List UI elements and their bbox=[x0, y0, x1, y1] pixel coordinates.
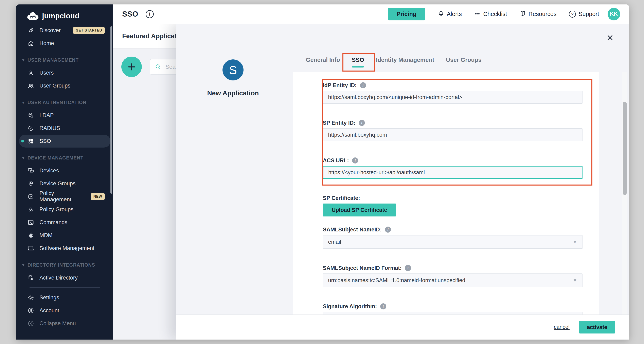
tab-label: User Groups bbox=[446, 57, 482, 63]
sidebar-item-label: Collapse Menu bbox=[40, 320, 76, 327]
info-icon[interactable]: i bbox=[352, 157, 358, 164]
sidebar-item-settings[interactable]: Settings bbox=[19, 291, 110, 304]
badge: GET STARTED bbox=[73, 27, 105, 34]
application-name: New Application bbox=[188, 89, 278, 97]
sidebar-section-device-management[interactable]: ▾DEVICE MANAGEMENT bbox=[16, 152, 113, 164]
field-label-row: IdP Entity ID:i bbox=[323, 82, 582, 89]
field-input[interactable] bbox=[323, 166, 582, 179]
info-icon[interactable]: i bbox=[360, 82, 366, 88]
field-idp-entity-id: IdP Entity ID:i bbox=[323, 82, 582, 104]
sidebar-item-label: LDAP bbox=[40, 112, 54, 118]
field-label: SP Certificate: bbox=[323, 195, 360, 201]
sidebar-section-user-management[interactable]: ▾USER MANAGEMENT bbox=[16, 54, 113, 66]
info-icon[interactable]: i bbox=[359, 120, 365, 126]
bell-icon bbox=[438, 10, 444, 18]
sidebar-item-label: Settings bbox=[40, 295, 59, 301]
topbar-nav-checklist[interactable]: Checklist bbox=[474, 10, 507, 18]
sidebar-nav: DiscoverGET STARTEDHome▾USER MANAGEMENTU… bbox=[16, 24, 113, 330]
field-label: IdP Entity ID: bbox=[323, 82, 357, 88]
jumpcloud-logo: jumpcloud bbox=[16, 4, 113, 21]
topbar-nav-support[interactable]: ?Support bbox=[569, 11, 599, 17]
sidebar-item-home[interactable]: Home bbox=[19, 37, 110, 50]
topbar-nav-resources[interactable]: Resources bbox=[520, 10, 556, 18]
select-value: urn:oasis:names:tc:SAML:1.0:nameid-forma… bbox=[328, 277, 465, 284]
sidebar-item-radius[interactable]: RADIUS bbox=[19, 122, 110, 135]
sidebar-section-directory-integrations[interactable]: ▾DIRECTORY INTEGRATIONS bbox=[16, 259, 113, 271]
sidebar-item-label: SSO bbox=[40, 138, 51, 144]
sidebar-item-label: Device Groups bbox=[40, 180, 76, 187]
modal-scrollbar-thumb[interactable] bbox=[623, 102, 626, 195]
sidebar-item-label: User Groups bbox=[40, 83, 70, 89]
sidebar-section-label: USER MANAGEMENT bbox=[28, 57, 79, 63]
chevron-down-icon: ▾ bbox=[22, 263, 24, 267]
tab-general-info[interactable]: General Info bbox=[306, 56, 340, 63]
sidebar-item-policy-management[interactable]: Policy ManagementNEW bbox=[19, 190, 110, 203]
rocket-icon bbox=[27, 27, 34, 34]
field-label: ACS URL: bbox=[323, 157, 349, 164]
sidebar-item-label: Home bbox=[40, 40, 54, 46]
sidebar-item-discover[interactable]: DiscoverGET STARTED bbox=[19, 24, 110, 37]
sidebar: jumpcloud DiscoverGET STARTEDHome▾USER M… bbox=[16, 4, 113, 340]
page-title: SSO bbox=[122, 10, 138, 18]
tab-user-groups[interactable]: User Groups bbox=[446, 56, 482, 63]
field-label-row: SP Certificate: bbox=[323, 195, 582, 202]
info-icon[interactable]: i bbox=[385, 227, 391, 233]
close-modal-button[interactable] bbox=[605, 32, 615, 43]
modal-tabs: General InfoSSOIdentity ManagementUser G… bbox=[306, 56, 482, 63]
sidebar-item-active-directory[interactable]: Active Directory bbox=[19, 271, 110, 284]
field-input[interactable] bbox=[323, 91, 582, 104]
sidebar-item-label: Software Management bbox=[40, 245, 94, 251]
logo-text: jumpcloud bbox=[42, 12, 80, 20]
sidebar-section-label: DEVICE MANAGEMENT bbox=[28, 155, 83, 161]
sidebar-item-mdm[interactable]: MDM bbox=[19, 229, 110, 242]
sidebar-item-users[interactable]: Users bbox=[19, 66, 110, 79]
sidebar-section-user-authentication[interactable]: ▾USER AUTHENTICATION bbox=[16, 96, 113, 109]
sidebar-item-devices[interactable]: Devices bbox=[19, 164, 110, 177]
field-samlsubject-nameid-format: SAMLSubject NameID Format:iurn:oasis:nam… bbox=[323, 265, 582, 287]
plus-icon bbox=[127, 62, 136, 71]
sidebar-item-commands[interactable]: Commands bbox=[19, 216, 110, 229]
home-icon bbox=[27, 40, 34, 47]
sidebar-scrollbar[interactable] bbox=[110, 26, 112, 194]
sidebar-item-sso[interactable]: SSO bbox=[19, 135, 110, 148]
sidebar-item-software-management[interactable]: Software Management bbox=[19, 242, 110, 255]
venn-icon bbox=[27, 180, 34, 187]
tab-identity-management[interactable]: Identity Management bbox=[376, 56, 434, 63]
sidebar-item-label: Users bbox=[40, 70, 54, 76]
topbar-nav-alerts[interactable]: Alerts bbox=[438, 10, 462, 18]
activate-button[interactable]: activate bbox=[579, 321, 615, 334]
modal-scrollbar-track[interactable] bbox=[622, 72, 628, 315]
upload-sp-certificate-button[interactable]: Upload SP Certificate bbox=[323, 204, 396, 216]
info-icon[interactable]: i bbox=[405, 265, 411, 271]
field-select[interactable]: email▼ bbox=[323, 235, 582, 249]
cancel-button[interactable]: cancel bbox=[552, 324, 571, 331]
add-application-button[interactable] bbox=[121, 57, 142, 77]
field-label: SAMLSubject NameID: bbox=[323, 227, 382, 233]
grid-icon bbox=[27, 138, 34, 144]
field-label-row: SAMLSubject NameID Format:i bbox=[323, 265, 582, 272]
book-icon bbox=[520, 10, 526, 18]
sidebar-item-policy-groups[interactable]: Policy Groups bbox=[19, 203, 110, 216]
chevron-down-icon: ▼ bbox=[572, 278, 577, 283]
sidebar-section-label: USER AUTHENTICATION bbox=[28, 100, 86, 105]
pricing-button[interactable]: Pricing bbox=[388, 8, 425, 20]
user-icon bbox=[27, 69, 34, 76]
sidebar-item-account[interactable]: Account bbox=[19, 304, 110, 317]
apple-icon bbox=[27, 232, 34, 239]
field-select[interactable]: urn:oasis:names:tc:SAML:1.0:nameid-forma… bbox=[323, 274, 582, 287]
sidebar-item-device-groups[interactable]: Device Groups bbox=[19, 177, 110, 190]
sidebar-item-user-groups[interactable]: User Groups bbox=[19, 79, 110, 92]
laptop-icon bbox=[27, 245, 34, 252]
field-input[interactable] bbox=[323, 128, 582, 141]
field-acs-url: ACS URL:i bbox=[323, 157, 582, 179]
ad-icon bbox=[27, 274, 34, 281]
sidebar-item-ldap[interactable]: LDAP bbox=[19, 109, 110, 122]
avatar[interactable]: KK bbox=[608, 8, 620, 20]
sidebar-item-collapse-menu[interactable]: Collapse Menu bbox=[19, 317, 110, 330]
page-info-icon[interactable]: i bbox=[146, 10, 154, 18]
field-sp-certificate: SP Certificate:Upload SP Certificate bbox=[323, 195, 582, 216]
info-icon[interactable]: i bbox=[380, 303, 386, 310]
radius-icon bbox=[27, 125, 34, 132]
tab-sso[interactable]: SSO bbox=[352, 56, 364, 63]
field-label: SAMLSubject NameID Format: bbox=[323, 265, 402, 271]
